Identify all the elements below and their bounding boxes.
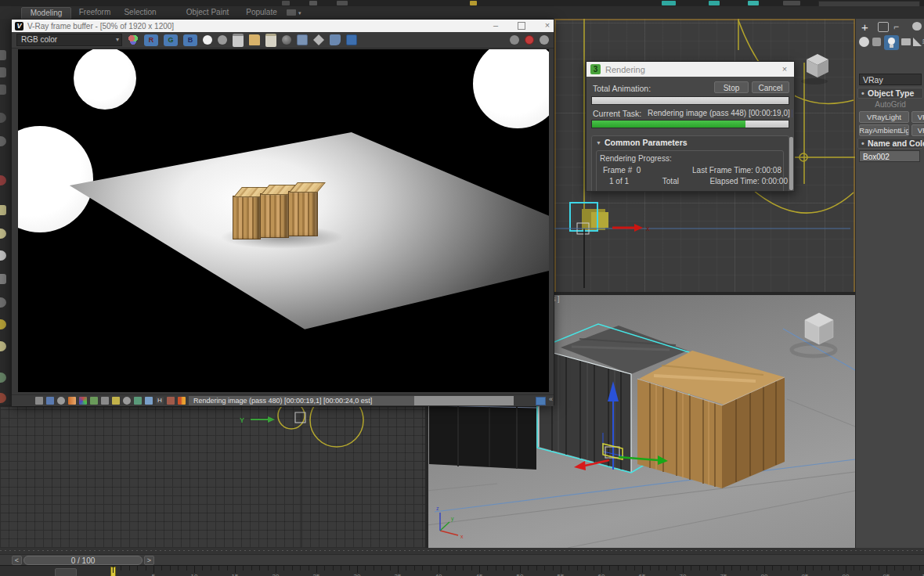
motion-tab-icon[interactable] — [912, 22, 922, 31]
toolbar-icon[interactable] — [783, 1, 800, 5]
picture-icon[interactable] — [134, 397, 142, 405]
toolbar-icon[interactable] — [309, 1, 317, 5]
left-toolbar-icon[interactable] — [0, 205, 6, 215]
curve-icon[interactable] — [145, 397, 153, 405]
color-wheel-icon[interactable] — [79, 397, 87, 405]
image-icon[interactable] — [46, 397, 54, 405]
mini-curve-editor-icon[interactable] — [55, 568, 77, 576]
category-dropdown[interactable]: VRay — [859, 74, 922, 85]
vrayambientlight-button[interactable]: VRayAmbientLig — [859, 124, 909, 136]
tab-object-paint[interactable]: Object Paint — [180, 7, 235, 18]
stop-render-icon[interactable] — [525, 35, 534, 45]
save-image-icon[interactable] — [233, 34, 244, 47]
tab-populate[interactable]: Populate — [241, 7, 282, 18]
previous-frame-button[interactable]: < — [12, 556, 22, 565]
hierarchy-tab-icon[interactable]: ⌐ — [893, 21, 899, 32]
refresh-icon[interactable] — [123, 397, 131, 405]
viewport-front[interactable]: Y — [0, 407, 427, 548]
close-button[interactable]: × — [541, 20, 554, 31]
ribbon-dropdown-arrow-icon[interactable]: ▾ — [298, 10, 301, 16]
name-color-rollout-header[interactable]: Name and Color — [857, 138, 923, 149]
shapes-category-icon[interactable] — [872, 38, 881, 46]
pause-bars-icon[interactable] — [178, 397, 186, 405]
rgb-channels-icon[interactable] — [128, 34, 139, 45]
left-toolbar-icon[interactable] — [0, 274, 6, 284]
vray-button-clipped[interactable]: VRa — [911, 111, 924, 123]
letter-h-icon[interactable]: H — [156, 397, 164, 405]
left-toolbar-icon[interactable] — [0, 67, 6, 77]
arrows-icon[interactable] — [167, 397, 175, 405]
track-ruler[interactable]: 5101520253035404550556065707580859095100 — [0, 565, 924, 576]
minimize-button[interactable]: – — [489, 20, 502, 31]
load-image-icon[interactable] — [249, 34, 260, 45]
cameras-category-icon[interactable] — [901, 38, 911, 45]
toolbar-icon[interactable] — [748, 1, 759, 5]
maximize-button[interactable] — [518, 22, 525, 30]
left-toolbar-icon[interactable] — [0, 229, 6, 239]
left-toolbar-icon[interactable] — [0, 85, 6, 95]
left-toolbar-icon[interactable] — [0, 50, 6, 60]
left-toolbar-icon[interactable] — [0, 297, 6, 308]
left-toolbar-icon[interactable] — [0, 136, 6, 146]
time-slider-handle[interactable]: 0 / 100 — [23, 556, 143, 565]
toolbar-icon[interactable] — [709, 1, 720, 5]
vraylight-plane-gizmo[interactable] — [591, 212, 608, 228]
vray-button-clipped[interactable]: VRa — [911, 124, 924, 136]
rendering-dialog-titlebar[interactable]: 3 Rendering × — [587, 62, 794, 77]
thumbnail-icon[interactable] — [90, 397, 98, 405]
collapse-chevrons-icon[interactable]: « — [549, 395, 553, 403]
common-parameters-rollout[interactable]: ▼ Common Parameters Rendering Progress: … — [591, 135, 789, 192]
lights-category-icon[interactable] — [884, 35, 899, 50]
object-name-field[interactable]: Box002 — [859, 150, 920, 162]
viewport-divider-horizontal[interactable] — [554, 292, 855, 295]
toolbar-icon[interactable] — [470, 1, 477, 5]
autogrid-checkbox-label[interactable]: AutoGrid — [856, 100, 924, 109]
green-channel-toggle[interactable]: G — [164, 34, 178, 46]
next-frame-button[interactable]: > — [144, 556, 154, 565]
compare-ab-icon[interactable] — [330, 34, 341, 45]
render-last-icon[interactable] — [510, 35, 519, 45]
left-toolbar-icon[interactable] — [0, 319, 6, 329]
alpha-channel-icon[interactable] — [203, 35, 212, 45]
tab-modeling[interactable]: Modeling — [21, 7, 71, 20]
viewport-divider-vertical[interactable] — [425, 405, 428, 548]
save-icon[interactable] — [35, 397, 43, 405]
isolate-select-icon[interactable] — [346, 34, 357, 45]
channel-select-dropdown[interactable]: RGB color▾ — [16, 34, 122, 46]
gizmo-x-arrowhead[interactable] — [574, 461, 586, 470]
create-tab-icon[interactable]: + — [861, 20, 868, 34]
rendered-image[interactable] — [18, 49, 549, 392]
gradient-icon[interactable] — [68, 397, 76, 405]
toolbar-icon[interactable] — [282, 1, 290, 5]
blue-channel-toggle[interactable]: B — [183, 34, 197, 46]
left-toolbar-icon[interactable] — [0, 341, 6, 351]
render-icon[interactable] — [540, 35, 549, 45]
clipboard-icon[interactable] — [265, 34, 276, 47]
dialog-scrollbar[interactable] — [789, 137, 793, 190]
stop-button[interactable]: Stop — [714, 81, 749, 93]
wooden-box-dark[interactable] — [429, 405, 536, 470]
object-type-rollout-header[interactable]: Object Type — [857, 88, 923, 99]
monochrome-icon[interactable] — [218, 35, 227, 45]
left-toolbar-icon[interactable] — [0, 113, 6, 123]
toolbar-icon[interactable] — [337, 1, 348, 5]
tab-selection[interactable]: Selection — [119, 7, 161, 18]
clear-image-icon[interactable] — [282, 35, 291, 45]
viewcube-ring[interactable] — [792, 344, 836, 356]
pencil-icon[interactable] — [112, 397, 120, 405]
track-mouse-icon[interactable] — [313, 34, 324, 45]
vfb-titlebar[interactable]: V V-Ray frame buffer - [50% of 1920 x 12… — [12, 20, 554, 32]
left-toolbar-icon[interactable] — [0, 175, 6, 185]
vraylight-button[interactable]: VRayLight — [859, 111, 909, 123]
histogram-icon[interactable] — [101, 397, 109, 405]
ribbon-overflow-icon[interactable] — [287, 9, 296, 16]
window-icon[interactable] — [536, 397, 546, 405]
red-channel-toggle[interactable]: R — [144, 34, 158, 46]
left-toolbar-icon[interactable] — [0, 250, 6, 261]
tab-freeform[interactable]: Freeform — [74, 7, 115, 18]
geometry-category-icon[interactable] — [859, 37, 869, 47]
left-toolbar-icon[interactable] — [0, 393, 6, 403]
dialog-close-button[interactable]: × — [778, 63, 791, 75]
info-icon[interactable] — [57, 397, 65, 405]
cancel-button[interactable]: Cancel — [752, 81, 789, 93]
